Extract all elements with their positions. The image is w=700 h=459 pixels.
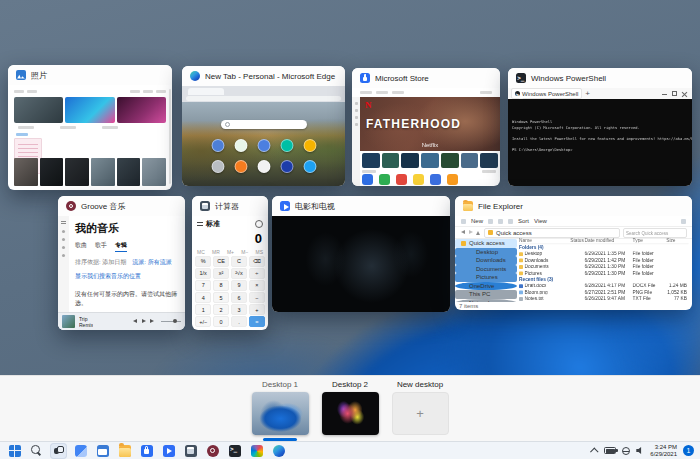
up-icon[interactable] xyxy=(476,230,481,235)
column-header[interactable]: Name xyxy=(519,238,570,243)
search-button[interactable] xyxy=(28,443,45,459)
memory-key[interactable]: MC xyxy=(197,249,205,255)
volume-slider[interactable] xyxy=(161,321,181,322)
store-app-tile[interactable] xyxy=(413,174,424,185)
sidebar-item[interactable]: OneDrive xyxy=(455,282,517,291)
site-shortcut[interactable] xyxy=(280,160,293,173)
site-shortcut[interactable] xyxy=(211,139,224,152)
forward-icon[interactable] xyxy=(468,230,473,235)
playlist-icon[interactable] xyxy=(62,246,65,249)
calculator-key[interactable]: 5 xyxy=(213,292,229,303)
more-icon[interactable] xyxy=(681,219,686,224)
column-header[interactable]: Status xyxy=(570,238,584,243)
calculator-key[interactable]: 4 xyxy=(195,292,211,303)
store-hero-banner[interactable]: N FATHERHOOD Netflix xyxy=(360,97,500,151)
settings-icon[interactable] xyxy=(62,254,65,257)
site-shortcut[interactable] xyxy=(303,160,316,173)
calculator-key[interactable]: − xyxy=(249,292,265,303)
photo-thumbnail[interactable] xyxy=(117,97,166,123)
photo-thumbnail[interactable] xyxy=(91,158,115,186)
photo-thumbnail[interactable] xyxy=(14,97,63,123)
play-icon[interactable] xyxy=(141,319,146,324)
site-shortcut[interactable] xyxy=(211,160,224,173)
site-shortcut[interactable] xyxy=(234,160,247,173)
calculator-key[interactable]: CE xyxy=(213,256,229,267)
store-app-tile[interactable] xyxy=(447,174,458,185)
calculator-key[interactable]: . xyxy=(231,316,247,327)
microsoft-store-app-icon[interactable] xyxy=(138,443,155,459)
explorer-search-input[interactable]: Search Quick access xyxy=(623,228,687,238)
calculator-key[interactable]: × xyxy=(249,280,265,291)
window-movies-tv[interactable]: 电影和电视 xyxy=(272,196,450,312)
sidebar-item[interactable]: Documents xyxy=(455,265,517,274)
sort-button[interactable]: Sort xyxy=(518,218,529,224)
sidebar-item[interactable]: This PC xyxy=(455,290,517,299)
groove-tab[interactable]: 歌手 xyxy=(95,241,107,252)
maximize-icon[interactable] xyxy=(672,91,677,96)
hidden-icons-chevron-icon[interactable] xyxy=(590,447,598,455)
column-header[interactable]: Size xyxy=(666,238,688,243)
calculator-key[interactable]: 2 xyxy=(213,304,229,315)
site-shortcut[interactable] xyxy=(280,139,293,152)
table-row[interactable]: Downloads 6/29/2021 1:42 PM File folder xyxy=(519,257,689,263)
calculator-key[interactable]: 8 xyxy=(213,280,229,291)
window-calculator[interactable]: 计算器 标准 0 MCMRM+M−MS %CEC⌫1/xx²²√x÷789×45… xyxy=(192,196,268,330)
store-app-tile[interactable] xyxy=(379,174,390,185)
photo-thumbnail[interactable] xyxy=(14,158,38,186)
calculator-key[interactable]: ²√x xyxy=(231,268,247,279)
sidebar-item[interactable]: Quick access xyxy=(455,239,517,248)
photo-thumbnail[interactable] xyxy=(117,158,141,186)
photo-thumbnail[interactable] xyxy=(142,158,166,186)
memory-key[interactable]: MS xyxy=(256,249,264,255)
media-tile[interactable] xyxy=(401,153,419,168)
calculator-key[interactable]: x² xyxy=(213,268,229,279)
calculator-key[interactable]: % xyxy=(195,256,211,267)
store-app-tile[interactable] xyxy=(362,174,373,185)
desktop-thumbnail[interactable] xyxy=(252,392,309,435)
column-header[interactable]: Date modified xyxy=(585,238,633,243)
calendar-app-icon[interactable] xyxy=(94,443,111,459)
window-powershell[interactable]: Windows PowerShell Windows PowerShell + … xyxy=(508,68,692,186)
widgets-button[interactable] xyxy=(72,443,89,459)
music-icon[interactable] xyxy=(62,238,65,241)
site-shortcut[interactable] xyxy=(257,139,270,152)
hamburger-icon[interactable] xyxy=(197,222,203,227)
media-tile[interactable] xyxy=(382,153,400,168)
calculator-key[interactable]: 9 xyxy=(231,280,247,291)
sidebar-item[interactable]: Network xyxy=(455,299,517,303)
site-shortcut[interactable] xyxy=(303,139,316,152)
calculator-key[interactable]: ⌫ xyxy=(249,256,265,267)
groove-tab[interactable]: 专辑 xyxy=(115,241,127,252)
table-row[interactable]: Documents 6/29/2021 1:30 PM File folder xyxy=(519,263,689,269)
back-icon[interactable] xyxy=(460,230,465,235)
breadcrumb[interactable]: Quick access xyxy=(484,228,620,238)
close-icon[interactable] xyxy=(682,91,687,96)
calculator-key[interactable]: +/− xyxy=(195,316,211,327)
calculator-key[interactable]: ÷ xyxy=(249,268,265,279)
photo-thumbnail[interactable] xyxy=(40,158,64,186)
edge-app-icon[interactable] xyxy=(270,443,287,459)
calculator-key[interactable]: + xyxy=(249,304,265,315)
calculator-key[interactable]: 6 xyxy=(231,292,247,303)
search-input[interactable] xyxy=(221,120,307,129)
calculator-app-icon[interactable] xyxy=(182,443,199,459)
window-photos[interactable]: 照片 xyxy=(8,65,172,190)
paste-icon[interactable] xyxy=(508,219,513,224)
desktop-thumbnail[interactable]: + xyxy=(392,392,449,435)
calculator-key[interactable]: 1/x xyxy=(195,268,211,279)
clock[interactable]: 3:24 PM 6/29/2021 xyxy=(650,444,677,458)
genre-filter[interactable]: 流派: 所有流派 xyxy=(132,258,171,267)
scrollbar[interactable] xyxy=(169,89,171,184)
media-tile[interactable] xyxy=(362,153,380,168)
column-header[interactable]: Type xyxy=(633,238,667,243)
new-tab-button[interactable]: + xyxy=(585,90,590,98)
window-file-explorer[interactable]: File Explorer New Sort View Quick access… xyxy=(455,196,692,310)
memory-key[interactable]: M− xyxy=(241,249,248,255)
photo-thumbnail[interactable] xyxy=(65,158,89,186)
hamburger-icon[interactable] xyxy=(61,221,66,225)
sort-label[interactable]: 排序依据: 添加日期 xyxy=(75,258,126,267)
browser-tab[interactable] xyxy=(188,88,224,95)
cut-icon[interactable] xyxy=(488,219,493,224)
desktop-tile[interactable]: Desktop 1 xyxy=(251,380,309,435)
volume-icon[interactable] xyxy=(636,447,644,455)
